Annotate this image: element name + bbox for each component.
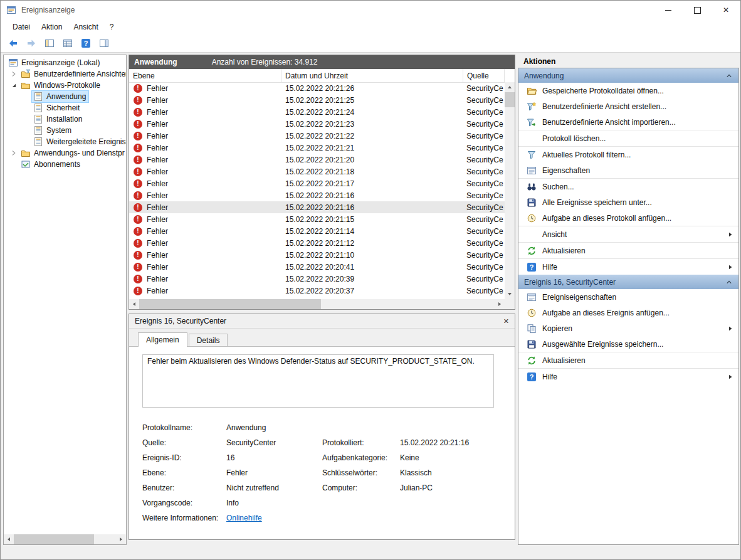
event-row-1[interactable]: Fehler15.02.2022 20:21:26SecurityCe <box>129 82 505 94</box>
menu-ansicht[interactable]: Ansicht <box>68 21 103 33</box>
event-datetime-cell: 15.02.2022 20:20:39 <box>281 275 463 283</box>
tree-item-benutzerdefinierte-ansichten[interactable]: Benutzerdefinierte Ansichten <box>4 68 126 80</box>
scroll-left-button[interactable] <box>129 299 139 309</box>
tree-item-system[interactable]: System <box>4 125 126 136</box>
tree-item-anwendung[interactable]: Anwendung <box>4 91 126 102</box>
action-aktualisieren[interactable]: Aktualisieren <box>518 352 738 368</box>
scroll-left-button[interactable] <box>4 534 14 544</box>
minimize-button[interactable] <box>654 1 683 19</box>
menu-aktion[interactable]: Aktion <box>36 21 68 33</box>
action-kopieren[interactable]: Kopieren <box>518 320 738 336</box>
event-list-horizontal-scrollbar[interactable] <box>129 299 505 309</box>
action-aufgabe-an-dieses-ereignis-anfugen[interactable]: Aufgabe an dieses Ereignis anfügen... <box>518 305 738 320</box>
event-source-cell: SecurityCe <box>463 203 505 212</box>
action-ausgewahlte-ereignisse-speichern[interactable]: Ausgewählte Ereignisse speichern... <box>518 336 738 352</box>
action-suchen[interactable]: Suchen... <box>518 179 738 194</box>
event-row-16[interactable]: Fehler15.02.2022 20:20:41SecurityCe <box>129 261 505 273</box>
event-row-7[interactable]: Fehler15.02.2022 20:21:20SecurityCe <box>129 154 505 166</box>
tree-chevron-expanded-icon[interactable] <box>9 82 19 88</box>
onlinehilfe-link[interactable]: Onlinehilfe <box>226 514 262 522</box>
action-section-header-anwendung[interactable]: Anwendung <box>518 68 738 83</box>
tab-details[interactable]: Details <box>189 334 228 347</box>
action-aktuelles-protokoll-filtern[interactable]: Aktuelles Protokoll filtern... <box>518 147 738 162</box>
event-row-14[interactable]: Fehler15.02.2022 20:21:12SecurityCe <box>129 237 505 249</box>
event-datetime-cell: 15.02.2022 20:21:16 <box>281 203 463 212</box>
maximize-button[interactable] <box>683 1 712 19</box>
back-arrow-button[interactable] <box>5 36 21 51</box>
tree-item-windows-protokolle[interactable]: Windows-Protokolle <box>4 80 126 91</box>
close-button[interactable]: ✕ <box>712 1 740 19</box>
event-list-vertical-scrollbar[interactable] <box>505 82 515 299</box>
event-row-8[interactable]: Fehler15.02.2022 20:21:18SecurityCe <box>129 166 505 177</box>
column-header-datum-und-uhrzeit[interactable]: Datum und Uhrzeit <box>281 69 463 82</box>
event-row-4[interactable]: Fehler15.02.2022 20:21:23SecurityCe <box>129 118 505 130</box>
event-row-17[interactable]: Fehler15.02.2022 20:20:39SecurityCe <box>129 273 505 285</box>
tree-item-anwendungs-und-dienstpr[interactable]: Anwendungs- und Dienstpr <box>4 147 126 159</box>
scroll-left-icon <box>133 302 135 306</box>
action-hilfe[interactable]: ?Hilfe <box>518 369 738 384</box>
event-row-13[interactable]: Fehler15.02.2022 20:21:14SecurityCe <box>129 225 505 237</box>
event-row-11[interactable]: Fehler15.02.2022 20:21:16SecurityCe <box>129 201 505 213</box>
action-ansicht[interactable]: Ansicht <box>518 226 738 242</box>
folder-views-icon <box>21 69 31 79</box>
detail-close-icon[interactable]: ✕ <box>503 317 509 325</box>
tree-chevron-collapsed-icon[interactable] <box>9 150 19 156</box>
scroll-up-button[interactable] <box>505 82 515 92</box>
tab-allgemein[interactable]: Allgemein <box>138 332 187 347</box>
scroll-right-button[interactable] <box>116 534 126 544</box>
event-row-5[interactable]: Fehler15.02.2022 20:21:22SecurityCe <box>129 130 505 142</box>
scrollbar-thumb[interactable] <box>14 534 94 544</box>
tree-item-weitergeleitete-ereignisse[interactable]: Weitergeleitete Ereignisse <box>4 136 126 147</box>
scroll-left-icon <box>8 537 10 541</box>
event-row-15[interactable]: Fehler15.02.2022 20:21:10SecurityCe <box>129 249 505 261</box>
column-header-ebene[interactable]: Ebene <box>129 69 281 82</box>
field-label: Ereignis-ID: <box>142 453 226 462</box>
tree-item-installation[interactable]: Installation <box>4 114 126 125</box>
action-eigenschaften[interactable]: Eigenschaften <box>518 162 738 178</box>
event-level-cell: Fehler <box>129 251 281 260</box>
event-row-10[interactable]: Fehler15.02.2022 20:21:16SecurityCe <box>129 189 505 201</box>
menu-hilfe[interactable]: ? <box>104 21 120 33</box>
forward-arrow-button[interactable] <box>23 36 39 51</box>
event-row-2[interactable]: Fehler15.02.2022 20:21:25SecurityCe <box>129 94 505 106</box>
action-ereigniseigenschaften[interactable]: Ereigniseigenschaften <box>518 289 738 305</box>
action-aufgabe-an-dieses-protokoll-anfugen[interactable]: Aufgabe an dieses Protokoll anfügen... <box>518 210 738 226</box>
toolbar: ? <box>1 34 740 53</box>
tree-item-label: Benutzerdefinierte Ansichten <box>34 70 126 78</box>
action-pane-toggle-button[interactable] <box>96 36 112 51</box>
action-benutzerdefinierte-ansicht-erstellen[interactable]: Benutzerdefinierte Ansicht erstellen... <box>518 98 738 114</box>
window-title: Ereignisanzeige <box>21 6 75 14</box>
export-list-button[interactable] <box>60 36 75 51</box>
collapse-chevron-icon[interactable] <box>725 72 733 80</box>
menu-datei[interactable]: Datei <box>7 21 36 33</box>
field-label: Computer: <box>322 483 400 492</box>
action-protokoll-loschen[interactable]: Protokoll löschen... <box>518 130 738 146</box>
scrollbar-thumb[interactable] <box>139 299 321 309</box>
help-button[interactable]: ? <box>78 36 93 51</box>
tree-item-ereignisanzeige-lokal[interactable]: Ereignisanzeige (Lokal) <box>4 57 126 68</box>
action-benutzerdefinierte-ansicht-importieren[interactable]: Benutzerdefinierte Ansicht importieren..… <box>518 114 738 130</box>
action-section-header-ereignis-16-securitycenter[interactable]: Ereignis 16, SecurityCenter <box>518 275 738 289</box>
console-tree-toggle-button[interactable] <box>41 36 57 51</box>
action-alle-ereignisse-speichern-unter[interactable]: Alle Ereignisse speichern unter... <box>518 194 738 210</box>
event-row-12[interactable]: Fehler15.02.2022 20:21:15SecurityCe <box>129 213 505 225</box>
scroll-right-button[interactable] <box>495 299 505 309</box>
column-header-quelle[interactable]: Quelle <box>463 69 505 82</box>
action-label: Ausgewählte Ereignisse speichern... <box>542 340 663 349</box>
event-row-6[interactable]: Fehler15.02.2022 20:21:21SecurityCe <box>129 142 505 154</box>
tree-item-label: Sicherheit <box>46 103 80 112</box>
event-row-3[interactable]: Fehler15.02.2022 20:21:24SecurityCe <box>129 106 505 118</box>
event-row-18[interactable]: Fehler15.02.2022 20:20:37SecurityCe <box>129 285 505 297</box>
action-gespeicherte-protokolldatei-offnen[interactable]: Gespeicherte Protokolldatei öffnen... <box>518 83 738 98</box>
event-row-9[interactable]: Fehler15.02.2022 20:21:17SecurityCe <box>129 177 505 189</box>
tree-chevron-collapsed-icon[interactable] <box>9 71 19 77</box>
tree-horizontal-scrollbar[interactable] <box>4 534 126 544</box>
scroll-down-button[interactable] <box>505 289 515 299</box>
tree-item-abonnements[interactable]: Abonnements <box>4 159 126 170</box>
scrollbar-thumb[interactable] <box>505 92 515 107</box>
tree-item-sicherheit[interactable]: Sicherheit <box>4 102 126 114</box>
tree-item-content: Installation <box>31 113 85 125</box>
action-hilfe[interactable]: ?Hilfe <box>518 259 738 275</box>
collapse-chevron-icon[interactable] <box>725 278 733 286</box>
action-aktualisieren[interactable]: Aktualisieren <box>518 243 738 258</box>
